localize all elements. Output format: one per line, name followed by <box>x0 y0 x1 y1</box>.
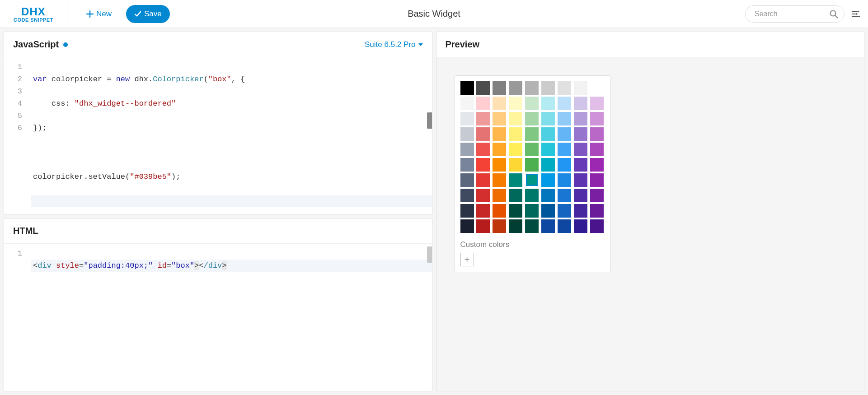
color-swatch[interactable] <box>509 127 522 141</box>
color-swatch[interactable] <box>574 112 587 125</box>
color-swatch[interactable] <box>590 81 604 95</box>
panel-collapse-handle-icon[interactable] <box>427 112 432 129</box>
color-swatch[interactable] <box>509 112 522 125</box>
color-swatch[interactable] <box>493 143 506 156</box>
color-swatch[interactable] <box>541 97 555 110</box>
color-swatch[interactable] <box>493 112 506 125</box>
color-swatch[interactable] <box>460 143 474 156</box>
new-button[interactable]: New <box>78 5 120 23</box>
color-swatch[interactable] <box>574 127 587 141</box>
color-swatch[interactable] <box>574 158 587 172</box>
color-swatch[interactable] <box>476 189 490 202</box>
color-swatch[interactable] <box>493 189 506 202</box>
color-swatch[interactable] <box>525 173 539 187</box>
color-swatch[interactable] <box>460 173 474 187</box>
color-swatch[interactable] <box>558 112 571 125</box>
color-swatch[interactable] <box>541 219 555 233</box>
color-swatch[interactable] <box>574 97 587 110</box>
color-swatch[interactable] <box>590 143 604 156</box>
color-swatch[interactable] <box>525 219 539 233</box>
color-swatch[interactable] <box>558 219 571 233</box>
color-swatch[interactable] <box>525 158 539 172</box>
color-swatch[interactable] <box>590 127 604 141</box>
color-swatch[interactable] <box>541 189 555 202</box>
color-swatch[interactable] <box>525 143 539 156</box>
color-swatch[interactable] <box>590 112 604 125</box>
color-swatch[interactable] <box>558 173 571 187</box>
color-swatch[interactable] <box>574 143 587 156</box>
color-swatch[interactable] <box>476 143 490 156</box>
color-swatch[interactable] <box>493 81 506 95</box>
panel-collapse-handle-icon[interactable] <box>427 246 432 263</box>
color-swatch[interactable] <box>574 189 587 202</box>
color-swatch[interactable] <box>493 127 506 141</box>
color-swatch[interactable] <box>476 112 490 125</box>
color-swatch[interactable] <box>476 97 490 110</box>
color-swatch[interactable] <box>509 81 522 95</box>
color-swatch[interactable] <box>574 204 587 218</box>
color-swatch[interactable] <box>558 189 571 202</box>
color-swatch[interactable] <box>590 219 604 233</box>
color-swatch[interactable] <box>541 127 555 141</box>
color-swatch[interactable] <box>590 204 604 218</box>
color-swatch[interactable] <box>509 158 522 172</box>
color-swatch[interactable] <box>460 204 474 218</box>
color-swatch[interactable] <box>460 112 474 125</box>
js-code[interactable]: var colorpicker = new dhx.Colorpicker("b… <box>28 57 432 214</box>
html-editor[interactable]: 1 <div style="padding:40px;" id="box"></… <box>4 244 432 391</box>
color-swatch[interactable] <box>574 219 587 233</box>
color-swatch[interactable] <box>460 127 474 141</box>
color-swatch[interactable] <box>574 173 587 187</box>
color-swatch[interactable] <box>460 97 474 110</box>
color-swatch[interactable] <box>493 158 506 172</box>
color-swatch[interactable] <box>574 81 587 95</box>
color-swatch[interactable] <box>590 158 604 172</box>
color-swatch[interactable] <box>460 219 474 233</box>
color-swatch[interactable] <box>558 97 571 110</box>
color-swatch[interactable] <box>509 97 522 110</box>
js-editor[interactable]: 1 2 3 4 5 6 var colorpicker = new dhx.Co… <box>4 57 432 214</box>
color-swatch[interactable] <box>541 81 555 95</box>
color-swatch[interactable] <box>541 143 555 156</box>
color-swatch[interactable] <box>525 97 539 110</box>
settings-icon[interactable] <box>851 9 861 19</box>
logo[interactable]: DHX CODE SNIPPET <box>0 0 67 28</box>
color-swatch[interactable] <box>509 143 522 156</box>
color-swatch[interactable] <box>460 189 474 202</box>
version-dropdown[interactable]: Suite 6.5.2 Pro <box>365 40 422 49</box>
color-swatch[interactable] <box>541 204 555 218</box>
color-swatch[interactable] <box>476 158 490 172</box>
color-swatch[interactable] <box>476 127 490 141</box>
color-swatch[interactable] <box>493 204 506 218</box>
color-swatch[interactable] <box>476 81 490 95</box>
color-swatch[interactable] <box>558 204 571 218</box>
color-swatch[interactable] <box>460 81 474 95</box>
color-swatch[interactable] <box>476 173 490 187</box>
color-swatch[interactable] <box>509 173 522 187</box>
color-swatch[interactable] <box>509 189 522 202</box>
save-button[interactable]: Save <box>126 5 170 23</box>
color-swatch[interactable] <box>541 173 555 187</box>
color-swatch[interactable] <box>590 97 604 110</box>
color-swatch[interactable] <box>525 112 539 125</box>
color-swatch[interactable] <box>509 204 522 218</box>
color-swatch[interactable] <box>558 143 571 156</box>
color-swatch[interactable] <box>558 81 571 95</box>
color-swatch[interactable] <box>525 204 539 218</box>
color-swatch[interactable] <box>476 219 490 233</box>
add-color-button[interactable]: + <box>460 253 474 266</box>
html-code[interactable]: <div style="padding:40px;" id="box"></di… <box>28 244 432 391</box>
color-swatch[interactable] <box>509 219 522 233</box>
color-swatch[interactable] <box>525 127 539 141</box>
color-swatch[interactable] <box>590 173 604 187</box>
color-swatch[interactable] <box>541 112 555 125</box>
color-swatch[interactable] <box>525 81 539 95</box>
color-swatch[interactable] <box>541 158 555 172</box>
color-swatch[interactable] <box>460 158 474 172</box>
color-swatch[interactable] <box>493 97 506 110</box>
color-swatch[interactable] <box>525 189 539 202</box>
color-swatch[interactable] <box>476 204 490 218</box>
color-swatch[interactable] <box>590 189 604 202</box>
color-swatch[interactable] <box>558 158 571 172</box>
color-swatch[interactable] <box>493 219 506 233</box>
